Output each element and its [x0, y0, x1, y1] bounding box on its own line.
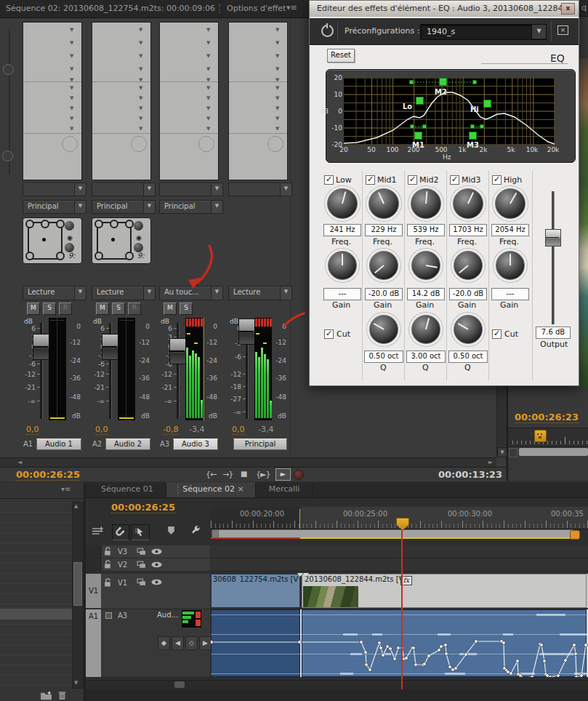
q-knob[interactable] [369, 315, 398, 344]
dialog-title-bar[interactable]: Editeur des effets d'élément - EQ : Audi… [310, 1, 579, 17]
marker-icon[interactable] [167, 526, 175, 535]
send-assign-dropdown[interactable]: ▼ [92, 183, 156, 196]
band-enable-checkbox[interactable]: ✓ [324, 175, 334, 185]
slot-dropdown-arrow-icon[interactable]: ▼ [275, 66, 279, 72]
slot-dropdown-arrow-icon[interactable]: ▼ [275, 40, 279, 46]
track-name-button[interactable]: Audio 2 [105, 438, 150, 450]
slot-dropdown-arrow-icon[interactable]: ▼ [70, 116, 73, 121]
keyframe-display-button[interactable]: ◆ [158, 636, 170, 650]
tab-mercalli[interactable]: Mercalli [256, 482, 313, 497]
project-list[interactable] [0, 502, 72, 687]
cut-checkbox-low[interactable]: ✓ [324, 329, 334, 339]
freq-knob[interactable] [453, 188, 483, 219]
panner-puck[interactable] [42, 238, 46, 241]
freq-value[interactable]: 2054 Hz [491, 224, 529, 236]
gain-value[interactable]: -20.0 dB [449, 288, 487, 300]
gain-knob[interactable] [454, 251, 483, 280]
goto-in-icon[interactable]: {← [206, 470, 216, 479]
slot-dropdown-arrow-icon[interactable]: ▼ [70, 85, 73, 91]
dialog-close-button[interactable]: x [561, 3, 575, 15]
gain-knob[interactable] [496, 251, 525, 280]
slot-dropdown-arrow-icon[interactable]: ▼ [206, 126, 210, 132]
project-vscrollbar[interactable]: ▲▼ [72, 502, 84, 689]
play-in-to-out-icon[interactable]: {►} [256, 470, 270, 479]
fader-value[interactable]: 0,0 [26, 425, 39, 435]
eq-band-handle[interactable] [439, 78, 447, 86]
panner-knob-top[interactable] [65, 221, 74, 231]
loop-play-button[interactable]: ► [275, 468, 291, 481]
slot-dropdown-arrow-icon[interactable]: ▼ [275, 126, 279, 132]
slot-dropdown-arrow-icon[interactable]: ▼ [139, 85, 142, 91]
output-slider-track[interactable] [552, 191, 555, 324]
surround-panner[interactable]: ◉9: [92, 217, 151, 264]
slot-dropdown-arrow-icon[interactable]: ▼ [139, 126, 142, 132]
video-clip[interactable]: 30608_122754.m2ts [V] [211, 574, 300, 608]
send-assign-dropdown[interactable]: ▼ [228, 183, 292, 196]
freq-value[interactable]: 1703 Hz [449, 224, 487, 236]
slot-dropdown-arrow-icon[interactable]: ▼ [206, 85, 210, 91]
dropdown-arrow-icon[interactable]: ▼ [143, 201, 155, 213]
work-area-end-handle[interactable] [570, 530, 580, 540]
dropdown-arrow-icon[interactable]: ▼ [74, 201, 86, 213]
track-name-button[interactable]: Principal [233, 438, 287, 450]
slot-dropdown-arrow-icon[interactable]: ▼ [139, 95, 142, 101]
lock-icon[interactable] [104, 547, 112, 556]
dropdown-arrow-icon[interactable]: ▼ [74, 183, 86, 196]
slot-dropdown-arrow-icon[interactable]: ▼ [139, 53, 142, 59]
slot-dropdown-arrow-icon[interactable]: ▼ [206, 95, 210, 101]
send-level-dial[interactable] [62, 136, 78, 152]
send-level-dial[interactable] [131, 136, 147, 152]
freq-value[interactable]: 241 Hz [323, 224, 361, 236]
automation-mode-dropdown[interactable]: Lecture▼ [92, 286, 156, 300]
q-value[interactable]: 0.50 oct [448, 350, 488, 363]
panel-menu-icon[interactable]: ▾≡ [61, 485, 71, 493]
mute-button[interactable]: M [164, 303, 177, 315]
sends-toggle-icon[interactable] [2, 151, 13, 161]
fader-handle[interactable] [169, 338, 187, 364]
timeline-hscrollbar[interactable] [86, 680, 588, 690]
timeline-timecode[interactable]: 00:00:26:25 [111, 502, 175, 513]
solo-button[interactable]: S [43, 303, 56, 315]
q-value[interactable]: 3.00 oct [406, 350, 446, 363]
slot-dropdown-arrow-icon[interactable]: ▼ [206, 40, 210, 46]
slot-dropdown-arrow-icon[interactable]: ▼ [139, 40, 142, 46]
fader-handle[interactable] [33, 334, 50, 360]
band-enable-checkbox[interactable]: ✓ [450, 175, 459, 185]
effect-controls-tab[interactable]: Options d'effet [227, 4, 286, 13]
slot-dropdown-arrow-icon[interactable]: ▼ [70, 126, 73, 132]
slot-dropdown-arrow-icon[interactable]: ▼ [70, 95, 73, 101]
slot-dropdown-arrow-icon[interactable]: ▼ [70, 40, 73, 46]
gain-knob[interactable] [369, 251, 398, 280]
sync-lock-icon[interactable] [137, 548, 146, 556]
band-enable-checkbox[interactable]: ✓ [366, 175, 375, 185]
scroll-right-icon[interactable]: ► [488, 459, 493, 465]
sync-lock-icon[interactable] [137, 561, 146, 569]
output-slider-handle[interactable] [545, 229, 561, 247]
wrench-icon[interactable] [190, 525, 201, 535]
preset-dropdown-arrow-icon[interactable]: ▼ [531, 25, 546, 39]
gain-knob[interactable] [328, 251, 357, 280]
insert-mode-icon[interactable] [92, 526, 104, 537]
fader-track[interactable] [177, 323, 180, 419]
audio-clip[interactable] [211, 609, 300, 677]
eye-icon[interactable] [151, 561, 162, 568]
panel-menu-icon[interactable]: ▾≡ [286, 3, 297, 12]
mixer-hscrollbar[interactable] [0, 457, 496, 468]
sync-lock-icon[interactable] [137, 578, 146, 586]
audio-clip-selected[interactable] [302, 609, 587, 677]
reset-button[interactable]: Reset [327, 49, 355, 63]
dropdown-arrow-icon[interactable]: ▼ [143, 287, 155, 300]
tab-close-icon[interactable]: × [238, 484, 244, 494]
audio-lock-box-icon[interactable] [105, 612, 112, 619]
slot-dropdown-arrow-icon[interactable]: ▼ [275, 105, 279, 111]
q-knob[interactable] [454, 315, 483, 344]
scroll-left-icon[interactable]: ◄ [17, 459, 22, 465]
automation-mode-dropdown[interactable]: Lecture▼ [228, 286, 292, 300]
dropdown-arrow-icon[interactable]: ▼ [280, 287, 291, 300]
slot-dropdown-arrow-icon[interactable]: ▼ [206, 27, 210, 33]
solo-button[interactable]: S [112, 303, 125, 315]
linked-selection-button[interactable] [131, 524, 150, 540]
dropdown-arrow-icon[interactable]: ▼ [74, 287, 86, 300]
mute-button[interactable]: M [96, 303, 109, 315]
gain-value[interactable]: --- [323, 288, 361, 300]
